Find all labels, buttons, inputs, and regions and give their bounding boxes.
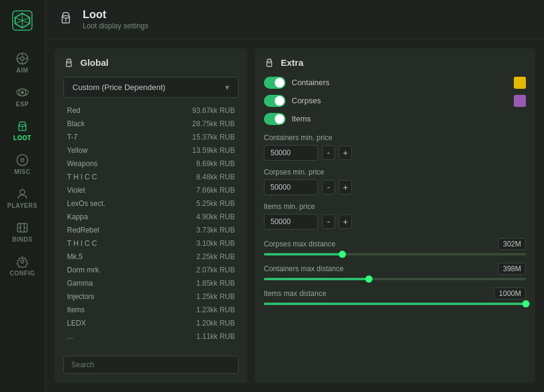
- corpses-min-price-minus[interactable]: -: [322, 180, 335, 194]
- list-item-value: 28.75kk RUB: [192, 120, 235, 128]
- list-item-value: 1.11kk RUB: [196, 332, 235, 341]
- list-item-name: T H I C C: [67, 173, 97, 181]
- items-min-price-plus[interactable]: +: [339, 214, 352, 229]
- page-header: Loot Loot display settings: [45, 0, 544, 39]
- list-item-name: Gamma: [67, 279, 93, 288]
- list-item[interactable]: T H I C C3.10kk RUB: [63, 237, 238, 250]
- page-title: Loot: [83, 8, 149, 22]
- corpses-color-swatch[interactable]: [514, 95, 526, 107]
- list-item[interactable]: Injectors1.25kk RUB: [63, 290, 238, 303]
- corpses-distance-slider-row: Corpses max distance 302M: [264, 238, 526, 255]
- containers-distance-track[interactable]: [264, 278, 526, 280]
- list-item-value: 3.10kk RUB: [196, 239, 235, 248]
- sidebar-item-misc[interactable]: MISC: [0, 147, 45, 181]
- containers-distance-label: Containers max distance: [264, 265, 344, 273]
- containers-min-price-minus[interactable]: -: [322, 146, 335, 160]
- sidebar-label-binds: BINDS: [12, 236, 33, 243]
- corpses-min-label: Corpses min. price: [264, 168, 526, 176]
- svg-point-19: [67, 61, 71, 63]
- list-item[interactable]: LexOs sect.5.25kk RUB: [63, 197, 238, 210]
- containers-label: Containers: [292, 78, 514, 87]
- containers-min-price-row: - +: [264, 145, 526, 161]
- list-item[interactable]: Gamma1.85kk RUB: [63, 277, 238, 290]
- corpses-distance-track[interactable]: [264, 253, 526, 255]
- containers-min-price-input[interactable]: [264, 145, 318, 161]
- dropdown-value: Custom (Price Dependent): [72, 83, 165, 92]
- sidebar-label-loot: LOOT: [13, 135, 31, 141]
- extra-title: Extra: [281, 57, 304, 68]
- list-item[interactable]: Dorm mrk.2.07kk RUB: [63, 263, 238, 277]
- items-distance-slider-row: Items max distance 1000M: [264, 288, 526, 305]
- sidebar-label-aim: AIM: [16, 67, 28, 74]
- containers-toggle-row: Containers: [264, 77, 526, 89]
- list-item-value: 1.20kk RUB: [196, 319, 235, 327]
- list-item[interactable]: Violet7.66kk RUB: [63, 184, 238, 197]
- containers-min-price-plus[interactable]: +: [339, 146, 352, 160]
- list-item[interactable]: Mk.52.25kk RUB: [63, 250, 238, 263]
- search-placeholder: Search: [71, 361, 94, 369]
- svg-point-12: [17, 155, 28, 165]
- corpses-min-price-plus[interactable]: +: [339, 180, 352, 194]
- corpses-distance-header: Corpses max distance 302M: [264, 238, 526, 250]
- items-distance-header: Items max distance 1000M: [264, 288, 526, 300]
- sidebar-item-binds[interactable]: BINDS: [0, 215, 45, 249]
- search-input[interactable]: Search: [63, 356, 238, 374]
- list-item[interactable]: Weapons8.69kk RUB: [63, 157, 238, 170]
- sidebar-label-misc: MISC: [14, 169, 31, 175]
- list-item-name: Yellow: [67, 146, 88, 155]
- items-toggle[interactable]: [264, 113, 286, 125]
- containers-distance-value: 398M: [498, 263, 526, 275]
- list-item-name: Red: [67, 106, 80, 115]
- list-item-value: 8.69kk RUB: [196, 159, 235, 168]
- sidebar-item-loot[interactable]: LOOT: [0, 114, 45, 147]
- list-item[interactable]: RedRebel3.73kk RUB: [63, 223, 238, 237]
- global-panel: Global Custom (Price Dependent) ▾ Red93.…: [54, 48, 248, 383]
- list-item-value: 8.48kk RUB: [196, 173, 235, 181]
- list-item[interactable]: Red93.67kk RUB: [63, 104, 238, 117]
- header-icon: [57, 10, 74, 29]
- corpses-min-price-input[interactable]: [264, 179, 318, 195]
- list-item[interactable]: Yellow13.59kk RUB: [63, 144, 238, 157]
- items-min-price-input[interactable]: [264, 214, 318, 230]
- preset-dropdown[interactable]: Custom (Price Dependent) ▾: [63, 77, 238, 98]
- sidebar-item-esp[interactable]: ESP: [0, 80, 45, 114]
- items-min-label: Items min. price: [264, 202, 526, 211]
- corpses-toggle[interactable]: [264, 95, 286, 107]
- list-item-name: ...: [67, 332, 73, 341]
- containers-color-swatch[interactable]: [514, 77, 526, 89]
- list-item[interactable]: T H I C C8.48kk RUB: [63, 170, 238, 184]
- items-distance-label: Items max distance: [264, 289, 326, 298]
- list-item-name: Weapons: [67, 159, 97, 168]
- list-item-value: 2.07kk RUB: [196, 266, 235, 274]
- items-label: Items: [292, 114, 526, 123]
- list-item-name: LexOs sect.: [67, 199, 105, 208]
- items-distance-value: 1000M: [494, 288, 526, 300]
- list-item-name: Injectors: [67, 292, 94, 301]
- sidebar-item-aim[interactable]: AIM: [0, 46, 45, 80]
- global-panel-header: Global: [63, 57, 238, 68]
- list-item[interactable]: Black28.75kk RUB: [63, 117, 238, 130]
- items-min-price-minus[interactable]: -: [322, 214, 335, 229]
- corpses-min-price-row: - +: [264, 179, 526, 195]
- svg-point-14: [20, 190, 25, 194]
- list-item[interactable]: ...1.11kk RUB: [63, 330, 238, 343]
- main-content: Loot Loot display settings Global Custom…: [45, 0, 544, 392]
- corpses-toggle-row: Corpses: [264, 95, 526, 107]
- loot-list: Red93.67kk RUBBlack28.75kk RUBT-715.37kk…: [63, 104, 238, 351]
- list-item[interactable]: Items1.23kk RUB: [63, 303, 238, 316]
- svg-point-16: [21, 260, 24, 263]
- sidebar-item-config[interactable]: CONFIG: [0, 249, 45, 283]
- sidebar: AIM ESP LOOT MISC PLAYERS: [0, 0, 45, 392]
- corpses-label: Corpses: [292, 96, 514, 105]
- chevron-down-icon: ▾: [225, 83, 229, 92]
- items-distance-track[interactable]: [264, 303, 526, 305]
- corpses-distance-value: 302M: [498, 238, 526, 250]
- sidebar-label-config: CONFIG: [10, 270, 35, 277]
- sidebar-label-players: PLAYERS: [7, 202, 37, 209]
- containers-toggle[interactable]: [264, 77, 286, 89]
- list-item[interactable]: T-715.37kk RUB: [63, 130, 238, 144]
- sidebar-item-players[interactable]: PLAYERS: [0, 181, 45, 215]
- list-item[interactable]: LEDX1.20kk RUB: [63, 316, 238, 330]
- list-item[interactable]: Kappa4.90kk RUB: [63, 210, 238, 223]
- list-item-value: 1.85kk RUB: [196, 279, 235, 288]
